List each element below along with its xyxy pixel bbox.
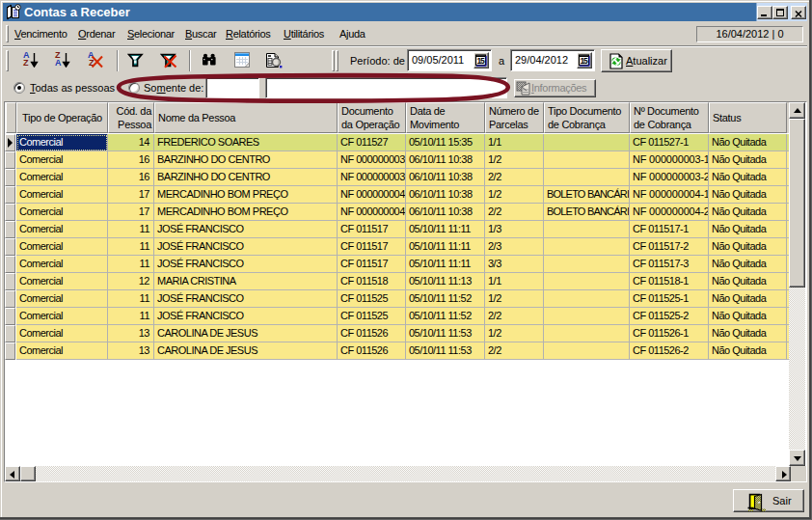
svg-text:15: 15 — [580, 56, 588, 66]
svg-text:15: 15 — [476, 56, 485, 66]
